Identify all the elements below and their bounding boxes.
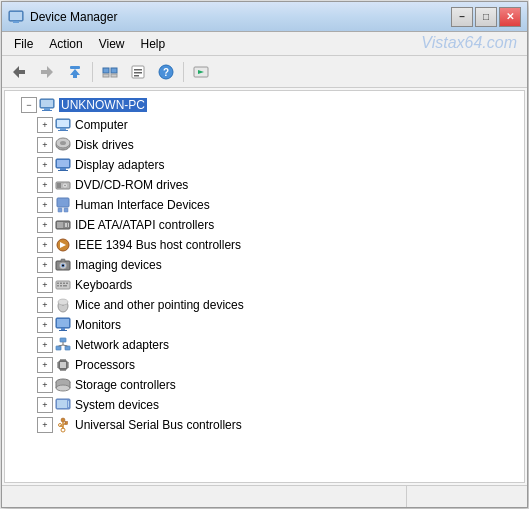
item-expander[interactable]: +: [37, 257, 53, 273]
svg-line-70: [59, 345, 64, 346]
svg-rect-67: [56, 346, 61, 350]
item-expander[interactable]: +: [37, 317, 53, 333]
help-button[interactable]: ?: [153, 60, 179, 84]
run-button[interactable]: [188, 60, 214, 84]
item-expander[interactable]: +: [37, 397, 53, 413]
svg-rect-38: [57, 198, 69, 207]
list-item[interactable]: + Monitors: [5, 315, 524, 335]
svg-rect-93: [68, 401, 69, 407]
svg-rect-54: [63, 283, 65, 285]
title-bar-buttons: – □ ✕: [451, 7, 521, 27]
list-item[interactable]: + Storage controllers: [5, 375, 524, 395]
toolbar-sep-1: [92, 62, 93, 82]
item-label: Universal Serial Bus controllers: [75, 418, 242, 432]
ieee-icon: [55, 237, 71, 253]
item-expander[interactable]: +: [37, 277, 53, 293]
tree-view[interactable]: − UNKNOWN-PC +: [5, 91, 524, 482]
svg-rect-7: [103, 68, 109, 73]
item-expander[interactable]: +: [37, 417, 53, 433]
list-item[interactable]: + IDE ATA/ATAPI controllers: [5, 215, 524, 235]
menu-help[interactable]: Help: [133, 35, 174, 53]
svg-rect-39: [58, 208, 62, 212]
svg-marker-6: [70, 69, 80, 78]
svg-rect-63: [57, 319, 69, 327]
svg-rect-21: [44, 108, 50, 110]
svg-rect-43: [65, 223, 67, 227]
list-item[interactable]: + Disk drives: [5, 135, 524, 155]
item-expander[interactable]: +: [37, 157, 53, 173]
svg-rect-50: [61, 259, 65, 262]
svg-rect-32: [60, 168, 66, 170]
svg-rect-92: [57, 400, 67, 408]
svg-rect-73: [60, 362, 66, 368]
imaging-icon: [55, 257, 71, 273]
item-expander[interactable]: +: [37, 217, 53, 233]
back-button[interactable]: [6, 60, 32, 84]
svg-rect-25: [60, 128, 66, 130]
item-expander[interactable]: +: [37, 117, 53, 133]
svg-rect-57: [60, 285, 62, 287]
svg-rect-26: [58, 130, 68, 131]
svg-point-94: [61, 418, 65, 422]
list-item[interactable]: + Keyboards: [5, 275, 524, 295]
close-button[interactable]: ✕: [499, 7, 521, 27]
showhide-button[interactable]: [97, 60, 123, 84]
item-expander[interactable]: +: [37, 197, 53, 213]
list-item[interactable]: + Imaging devices: [5, 255, 524, 275]
item-label: IEEE 1394 Bus host controllers: [75, 238, 241, 252]
forward-button[interactable]: [34, 60, 60, 84]
svg-rect-5: [70, 66, 80, 69]
list-item[interactable]: + Universal Serial Bus controllers: [5, 415, 524, 435]
item-expander[interactable]: +: [37, 357, 53, 373]
list-item[interactable]: + Network adapters: [5, 335, 524, 355]
storage-icon: [55, 377, 71, 393]
svg-rect-31: [57, 160, 69, 167]
root-expander[interactable]: −: [21, 97, 37, 113]
list-item[interactable]: + IEEE 1394 Bus host controllers: [5, 235, 524, 255]
display-icon: [55, 157, 71, 173]
watermark: Vistax64.com: [421, 34, 517, 52]
list-item[interactable]: + Mice and other pointing devices: [5, 295, 524, 315]
svg-point-37: [64, 185, 66, 187]
main-content: − UNKNOWN-PC +: [4, 90, 525, 483]
svg-line-71: [63, 345, 68, 346]
item-label: Disk drives: [75, 138, 134, 152]
system-icon: [55, 397, 71, 413]
list-item[interactable]: + DVD/CD-ROM drives: [5, 175, 524, 195]
svg-rect-20: [41, 100, 53, 107]
list-item[interactable]: + Computer: [5, 115, 524, 135]
menu-file[interactable]: File: [6, 35, 41, 53]
item-expander[interactable]: +: [37, 297, 53, 313]
up-button[interactable]: [62, 60, 88, 84]
root-label: UNKNOWN-PC: [59, 98, 147, 112]
restore-button[interactable]: □: [475, 7, 497, 27]
item-label: Display adapters: [75, 158, 164, 172]
menu-view[interactable]: View: [91, 35, 133, 53]
ide-icon: [55, 217, 71, 233]
device-manager-window: Device Manager – □ ✕ File Action View He…: [1, 1, 528, 508]
dvd-icon: [55, 177, 71, 193]
item-expander[interactable]: +: [37, 137, 53, 153]
computer-root-icon: [39, 97, 55, 113]
svg-rect-65: [59, 330, 67, 331]
mouse-icon: [55, 297, 71, 313]
item-expander[interactable]: +: [37, 237, 53, 253]
tree-root[interactable]: − UNKNOWN-PC: [5, 95, 524, 115]
menu-action[interactable]: Action: [41, 35, 90, 53]
svg-text:?: ?: [163, 67, 169, 78]
svg-point-88: [56, 385, 70, 391]
item-expander[interactable]: +: [37, 337, 53, 353]
properties-button[interactable]: [125, 60, 151, 84]
list-item[interactable]: + Human Interface Devices: [5, 195, 524, 215]
svg-point-49: [62, 265, 64, 267]
item-label: System devices: [75, 398, 159, 412]
disk-icon: [55, 137, 71, 153]
list-item[interactable]: + System devices: [5, 395, 524, 415]
minimize-button[interactable]: –: [451, 7, 473, 27]
item-expander[interactable]: +: [37, 377, 53, 393]
svg-rect-22: [42, 110, 52, 111]
list-item[interactable]: +: [5, 355, 524, 375]
list-item[interactable]: + Display adapters: [5, 155, 524, 175]
item-expander[interactable]: +: [37, 177, 53, 193]
item-label: Imaging devices: [75, 258, 162, 272]
